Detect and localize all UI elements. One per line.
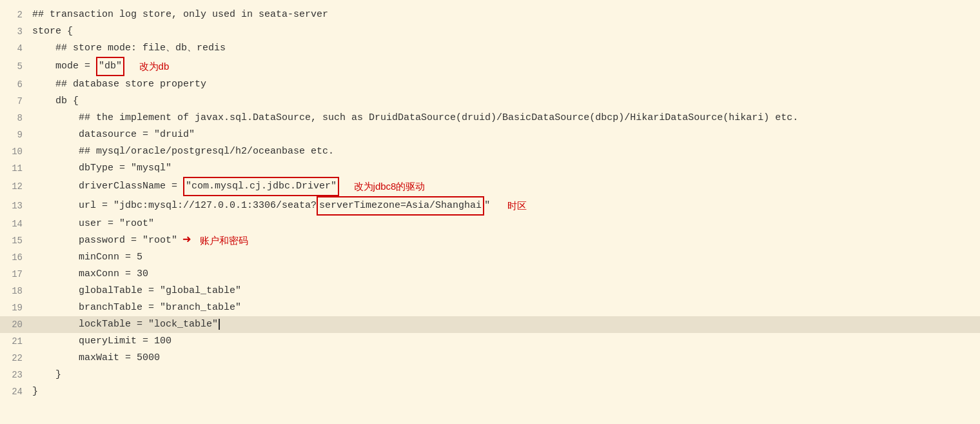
- code-line-5: 5 mode = "db" 改为db: [0, 57, 980, 76]
- line-number: 10: [6, 143, 23, 160]
- driver-annotation: 改为jdbc8的驱动: [346, 178, 425, 195]
- code-content: user = "root": [32, 216, 154, 232]
- line-number: 21: [6, 333, 23, 350]
- code-line-20: 20 lockTable = "lock_table": [0, 316, 980, 333]
- line-number: 23: [6, 367, 23, 383]
- code-content: }: [32, 367, 61, 383]
- line-number: 7: [6, 93, 23, 110]
- code-line-4: 4 ## store mode: file、db、redis: [0, 40, 980, 57]
- code-line-6: 6 ## database store property: [0, 76, 980, 93]
- mode-value-box: "db": [96, 57, 124, 76]
- line-number: 3: [6, 23, 23, 40]
- line-number: 6: [6, 76, 23, 93]
- code-content: globalTable = "global_table": [32, 283, 241, 299]
- line-number: 15: [6, 232, 23, 249]
- code-content: queryLimit = 100: [32, 333, 172, 350]
- code-line-9: 9 datasource = "druid": [0, 126, 980, 143]
- code-content: branchTable = "branch_table": [32, 299, 241, 316]
- code-line-21: 21 queryLimit = 100: [0, 333, 980, 350]
- code-line-12: 12 driverClassName = "com.mysql.cj.jdbc.…: [0, 177, 980, 196]
- code-content: driverClassName = "com.mysql.cj.jdbc.Dri…: [32, 177, 339, 196]
- code-content: maxWait = 5000: [32, 350, 160, 367]
- line-number: 18: [6, 283, 23, 299]
- code-content: mode = "db": [32, 57, 124, 76]
- code-content: ## transaction log store, only used in s…: [32, 6, 328, 23]
- code-content: ## database store property: [32, 76, 206, 93]
- line-number: 17: [6, 266, 23, 283]
- code-content: store {: [32, 23, 73, 40]
- code-line-15: 15 password = "root" ➜ 账户和密码: [0, 232, 980, 249]
- timezone-box: serverTimezone=Asia/Shanghai: [317, 196, 484, 216]
- code-line-7: 7 db {: [0, 93, 980, 110]
- code-line-10: 10 ## mysql/oracle/postgresql/h2/oceanba…: [0, 143, 980, 160]
- line-number: 2: [6, 6, 23, 23]
- timezone-annotation: 时区: [496, 197, 527, 214]
- code-line-14: 14 user = "root": [0, 216, 980, 232]
- code-content: ## store mode: file、db、redis: [32, 40, 226, 57]
- code-content: }: [32, 383, 38, 400]
- code-content: maxConn = 30: [32, 266, 148, 283]
- line-number: 13: [6, 197, 23, 214]
- driver-value-box: "com.mysql.cj.jdbc.Driver": [183, 177, 339, 196]
- line-number: 16: [6, 249, 23, 266]
- line-number: 9: [6, 126, 23, 143]
- line-number: 24: [6, 383, 23, 400]
- code-line-22: 22 maxWait = 5000: [0, 350, 980, 367]
- line-number: 11: [6, 160, 23, 177]
- line-number: 14: [6, 216, 23, 232]
- code-line-13: 13 url = "jdbc:mysql://127.0.0.1:3306/se…: [0, 196, 980, 216]
- code-content: db {: [32, 93, 79, 110]
- code-content: password = "root": [32, 232, 177, 249]
- code-line-2: 2 ## transaction log store, only used in…: [0, 6, 980, 23]
- code-line-24: 24 }: [0, 383, 980, 400]
- code-line-16: 16 minConn = 5: [0, 249, 980, 266]
- code-line-3: 3 store {: [0, 23, 980, 40]
- line-number: 20: [6, 316, 23, 333]
- code-line-18: 18 globalTable = "global_table": [0, 283, 980, 299]
- arrow-icon: ➜: [182, 232, 191, 249]
- password-annotation: 账户和密码: [197, 232, 248, 249]
- code-content: url = "jdbc:mysql://127.0.0.1:3306/seata…: [32, 196, 490, 216]
- code-line-17: 17 maxConn = 30: [0, 266, 980, 283]
- code-editor: 2 ## transaction log store, only used in…: [0, 0, 980, 407]
- line-number: 5: [6, 58, 23, 75]
- mode-annotation: 改为db: [131, 58, 169, 75]
- code-content: dbType = "mysql": [32, 160, 172, 177]
- code-line-8: 8 ## the implement of javax.sql.DataSour…: [0, 110, 980, 126]
- code-content: ## mysql/oracle/postgresql/h2/oceanbase …: [32, 143, 334, 160]
- code-content: ## the implement of javax.sql.DataSource…: [32, 110, 798, 126]
- code-content: minConn = 5: [32, 249, 142, 266]
- code-content: datasource = "druid": [32, 126, 195, 143]
- code-content: lockTable = "lock_table": [32, 316, 226, 333]
- line-number: 8: [6, 110, 23, 126]
- line-number: 22: [6, 350, 23, 367]
- line-number: 19: [6, 299, 23, 316]
- code-line-11: 11 dbType = "mysql": [0, 160, 980, 177]
- line-number: 12: [6, 178, 23, 195]
- line-number: 4: [6, 40, 23, 57]
- code-line-19: 19 branchTable = "branch_table": [0, 299, 980, 316]
- code-line-23: 23 }: [0, 367, 980, 383]
